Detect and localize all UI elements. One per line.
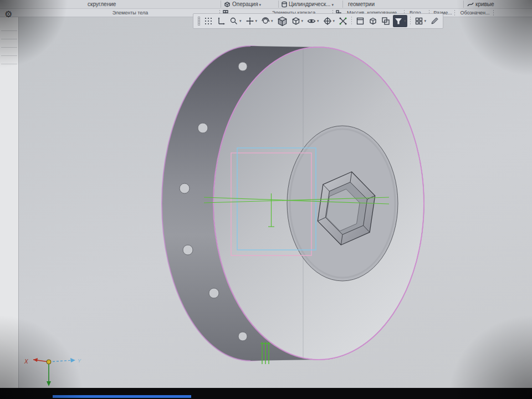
orbit-icon[interactable] <box>260 15 274 27</box>
button-cylindrical[interactable]: Цилиндрическ... <box>289 1 334 7</box>
solid-box-icon[interactable] <box>367 15 378 27</box>
layers-icon[interactable] <box>380 15 391 27</box>
snap-grid-icon[interactable] <box>203 15 214 27</box>
display-mode-icon[interactable] <box>290 15 305 27</box>
view-cube-icon[interactable] <box>276 15 289 27</box>
origin-triad: X Y <box>24 358 81 386</box>
pan-icon[interactable] <box>244 15 259 27</box>
ribbon-separator <box>463 1 464 8</box>
taskbar-progress <box>53 395 191 398</box>
panel-row-divider <box>1 39 17 39</box>
model-scene: X Y <box>19 17 532 388</box>
toolbar-separator <box>351 17 352 25</box>
gear-icon[interactable]: ⚙ <box>4 9 12 19</box>
clip-plane-icon[interactable] <box>322 15 336 27</box>
group-body-elements[interactable]: Элементы тела <box>66 10 194 16</box>
operation-icon <box>224 1 231 8</box>
ribbon-row-commands: скругление Операция Цилиндрическ... геом… <box>0 0 532 9</box>
section-hatch <box>260 342 270 364</box>
board-icon[interactable] <box>355 15 366 27</box>
group-separator <box>454 10 455 16</box>
panel-row-divider <box>1 30 17 31</box>
ribbon-separator <box>278 1 279 8</box>
app-window: скругление Операция Цилиндрическ... геом… <box>0 0 532 399</box>
edit-pencil-icon[interactable] <box>429 15 440 27</box>
toolbar-drag-handle[interactable] <box>198 17 200 25</box>
coordinate-system-icon[interactable] <box>216 15 227 27</box>
toolbar-separator <box>410 17 411 25</box>
axis-y-label: Y <box>78 358 81 364</box>
curves-icon <box>467 1 474 8</box>
disc-part[interactable] <box>162 46 424 361</box>
viewport-3d[interactable]: X Y <box>19 17 532 388</box>
panel-row-divider <box>1 64 17 64</box>
view-toolbar <box>193 13 443 29</box>
panel-row-divider <box>1 47 17 48</box>
group-separator <box>493 10 494 16</box>
button-fillet[interactable]: скругление <box>88 1 116 7</box>
cylinder-icon <box>281 1 288 8</box>
visibility-eye-icon[interactable] <box>306 15 320 27</box>
panel-row-divider <box>1 55 17 56</box>
button-curves[interactable]: кривые <box>475 1 494 7</box>
button-geometry[interactable]: геометрии <box>348 1 375 7</box>
group-designations[interactable]: Обозначен... <box>458 10 492 16</box>
button-operation[interactable]: Операция <box>232 1 261 7</box>
zoom-icon[interactable] <box>228 15 243 27</box>
ribbon-separator <box>221 1 221 8</box>
left-panel[interactable] <box>0 17 19 388</box>
explode-icon[interactable] <box>337 15 349 27</box>
axis-x-label: X <box>24 359 28 365</box>
filter-icon[interactable] <box>393 15 407 27</box>
quick-settings-icon[interactable] <box>413 15 428 27</box>
ribbon-separator <box>342 1 343 8</box>
